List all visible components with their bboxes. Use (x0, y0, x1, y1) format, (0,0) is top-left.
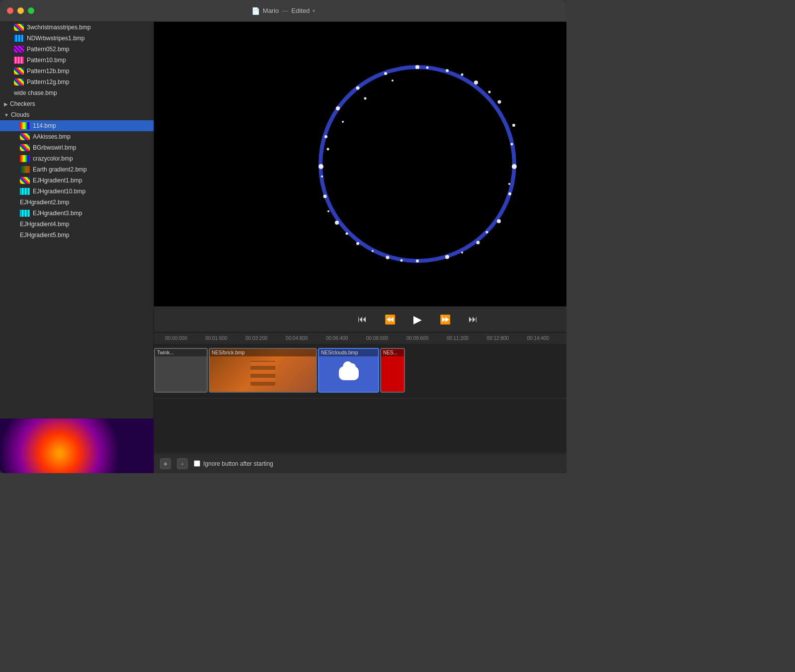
file-thumb (20, 155, 30, 162)
svg-point-18 (336, 106, 340, 110)
file-thumb (20, 188, 30, 195)
file-thumb (20, 210, 30, 217)
svg-point-27 (400, 259, 403, 262)
ruler-tick: 00:08:000 (357, 336, 398, 341)
file-list: 3wchristmasstripes.bmp NDWrbwstripes1.bm… (0, 22, 154, 419)
list-item[interactable]: 114.bmp (0, 120, 154, 131)
file-name: EJHgradient1.bmp (33, 177, 82, 184)
list-item[interactable]: 3wchristmasstripes.bmp (0, 22, 154, 33)
clip-label: NES/clouds.bmp (319, 349, 378, 356)
svg-point-4 (498, 100, 501, 104)
ruler-tick: 00:16:000 (558, 336, 566, 341)
svg-point-14 (335, 221, 339, 225)
maximize-button[interactable] (28, 7, 34, 14)
remove-clip-button[interactable]: - (177, 458, 188, 469)
timeline-clip[interactable]: NES... (380, 348, 405, 393)
timeline-clip[interactable]: NES/brick.bmp (209, 348, 317, 393)
svg-point-17 (324, 135, 327, 138)
svg-point-32 (327, 148, 329, 151)
svg-point-1 (415, 65, 419, 69)
clip-label: NES/brick.bmp (210, 349, 316, 356)
ruler-tick: 00:14:400 (518, 336, 558, 341)
sidebar-group-clouds[interactable]: ▼ Clouds (0, 109, 154, 120)
svg-point-16 (318, 164, 323, 169)
preview-canvas (0, 419, 154, 473)
track-lane: Twink... NES/brick.bmp NES/clouds.bmp (154, 344, 566, 399)
file-name: Pattern10.bmp (27, 57, 66, 64)
file-name: Pattern12b.bmp (27, 68, 69, 75)
list-item[interactable]: EJHgradient1.bmp (0, 175, 154, 186)
svg-point-28 (372, 250, 374, 252)
fast-forward-button[interactable]: ⏩ (436, 312, 455, 327)
ruler-tick: 00:06:400 (317, 336, 357, 341)
list-item[interactable]: crazycolor.bmp (0, 153, 154, 164)
rewind-button[interactable]: ⏪ (381, 312, 399, 327)
svg-point-34 (364, 97, 367, 100)
list-item[interactable]: Pattern10.bmp (0, 55, 154, 66)
timeline-area[interactable]: Twink... NES/brick.bmp NES/clouds.bmp (154, 344, 566, 453)
file-thumb (20, 122, 30, 129)
svg-point-25 (486, 231, 488, 234)
list-item[interactable]: NDWrbwstripes1.bmp (0, 33, 154, 44)
list-item[interactable]: EJHgradient4.bmp (0, 219, 154, 230)
list-item[interactable]: wide chase.bmp (0, 87, 154, 98)
file-name: Pattern12g.bmp (27, 79, 69, 85)
svg-point-15 (323, 195, 327, 198)
minimize-button[interactable] (17, 7, 24, 14)
bottom-bar: + - Ignore button after starting Export (154, 453, 566, 473)
list-item[interactable]: EJHgradient2.bmp (0, 197, 154, 208)
list-item[interactable]: Pattern12g.bmp (0, 77, 154, 87)
file-thumb (20, 133, 30, 140)
file-name: 114.bmp (33, 122, 56, 129)
list-item[interactable]: EJHgradient3.bmp (0, 208, 154, 219)
preview-viewport (154, 22, 566, 306)
svg-point-10 (445, 255, 449, 259)
file-name: EJHgradient10.bmp (33, 188, 85, 195)
title-name: Mario (263, 7, 279, 14)
ruler-tick: 00:01:600 (196, 336, 237, 341)
skip-forward-button[interactable]: ⏭ (465, 312, 481, 327)
window-controls (7, 7, 34, 14)
svg-point-9 (477, 241, 480, 245)
transport-bar: ⏮ ⏪ ▶ ⏩ ⏭ (154, 306, 566, 332)
list-item[interactable]: BGrbwswirl.bmp (0, 142, 154, 153)
ruler-tick: 00:11:200 (437, 336, 477, 341)
close-button[interactable] (7, 7, 13, 14)
ignore-button-label[interactable]: Ignore button after starting (194, 460, 273, 467)
play-button[interactable]: ▶ (409, 311, 426, 328)
svg-point-7 (508, 192, 511, 195)
timeline-clip[interactable]: Twink... (154, 348, 208, 393)
skip-back-button[interactable]: ⏮ (354, 312, 371, 327)
ignore-button-text: Ignore button after starting (203, 460, 273, 467)
list-item[interactable]: AAkisses.bmp (0, 131, 154, 142)
track-lane-2 (154, 399, 566, 453)
ignore-button-checkbox[interactable] (194, 460, 200, 467)
file-name: 3wchristmasstripes.bmp (27, 24, 91, 31)
ruler-tick: 00:04:800 (277, 336, 317, 341)
file-thumb (20, 166, 30, 173)
main-content: 3wchristmasstripes.bmp NDWrbwstripes1.bm… (0, 22, 566, 473)
sidebar-preview (0, 419, 154, 473)
file-name: EJHgradient4.bmp (20, 221, 69, 228)
sidebar: 3wchristmasstripes.bmp NDWrbwstripes1.bm… (0, 22, 154, 473)
list-item[interactable]: EJHgradient5.bmp (0, 230, 154, 241)
circle-preview (293, 45, 542, 283)
group-label: Clouds (11, 111, 29, 118)
file-thumb (14, 68, 24, 75)
svg-point-24 (508, 183, 510, 185)
add-clip-button[interactable]: + (160, 458, 171, 469)
list-item[interactable]: Pattern12b.bmp (0, 66, 154, 77)
svg-point-6 (512, 164, 517, 169)
clip-label: NES... (381, 349, 404, 356)
titlebar: 📄 Mario — Edited ▾ (0, 0, 566, 22)
list-item[interactable]: Earth gradient2.bmp (0, 164, 154, 175)
list-item[interactable]: Pattern052.bmp (0, 44, 154, 55)
timeline-clip[interactable]: NES/clouds.bmp (318, 348, 379, 393)
list-item[interactable]: EJHgradient10.bmp (0, 186, 154, 197)
ruler-tick: 00:09:600 (398, 336, 438, 341)
sidebar-group-checkers[interactable]: ▶ Checkers (0, 98, 154, 109)
svg-point-33 (342, 121, 344, 123)
svg-point-8 (497, 219, 501, 223)
svg-point-36 (426, 67, 429, 69)
svg-point-11 (416, 259, 419, 262)
